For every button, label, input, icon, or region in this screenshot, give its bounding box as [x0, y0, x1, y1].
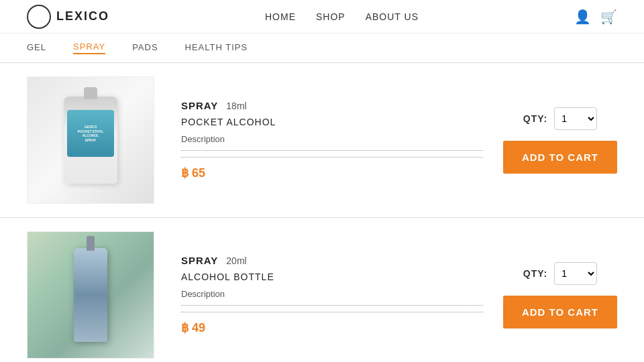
- nav-shop[interactable]: SHOP: [316, 11, 345, 22]
- product-list: LEXICOPOCKET ETHYLALCOHOLSPRAY SPRAY 18m…: [0, 63, 644, 362]
- product-title-row-2: SPRAY 20ml: [181, 255, 483, 266]
- qty-select-1[interactable]: 1 2 3 4 5: [554, 107, 597, 130]
- header: LEXICO HOME SHOP ABOUT US 👤 🛒: [0, 0, 644, 34]
- logo-text: LEXICO: [56, 9, 109, 23]
- product-row-2: SPRAY 20ml ALCOHOL BOTTLE Description ฿ …: [0, 218, 644, 362]
- product-size-1: 18ml: [226, 101, 246, 111]
- product-size-2: 20ml: [226, 255, 246, 266]
- qty-select-2[interactable]: 1 2 3 4 5: [554, 262, 597, 285]
- product-actions-2: QTY: 1 2 3 4 5 ADD TO CART: [503, 262, 617, 328]
- product-desc-dots2-1: [181, 154, 483, 158]
- subnav: GEL SPRAY PADS HEALTH TIPS: [0, 34, 644, 63]
- subnav-spray[interactable]: SPRAY: [73, 42, 105, 54]
- product-desc-label-2: Description: [181, 289, 483, 299]
- product-category-2: SPRAY: [181, 255, 218, 266]
- logo-circle: [27, 5, 51, 29]
- product-desc-dots-2: [181, 302, 483, 306]
- cart-icon[interactable]: 🛒: [600, 9, 617, 25]
- subnav-gel[interactable]: GEL: [27, 42, 46, 54]
- product-image-2: [27, 231, 154, 359]
- product-name-1: POCKET ALCOHOL: [181, 117, 483, 127]
- nav-home[interactable]: HOME: [265, 11, 296, 22]
- product-info-2: SPRAY 20ml ALCOHOL BOTTLE Description ฿ …: [174, 255, 483, 335]
- product-name-2: ALCOHOL BOTTLE: [181, 272, 483, 282]
- logo[interactable]: LEXICO: [27, 5, 109, 29]
- qty-label-2: QTY:: [523, 268, 547, 279]
- main-nav: HOME SHOP ABOUT US: [265, 11, 419, 22]
- subnav-pads[interactable]: PADS: [132, 42, 158, 54]
- product-price-2: ฿ 49: [181, 320, 483, 335]
- product-image-1: LEXICOPOCKET ETHYLALCOHOLSPRAY: [27, 76, 154, 204]
- product-info-1: SPRAY 18ml POCKET ALCOHOL Description ฿ …: [174, 100, 483, 180]
- product-desc-label-1: Description: [181, 134, 483, 144]
- add-to-cart-button-1[interactable]: ADD TO CART: [503, 141, 617, 174]
- nav-about-us[interactable]: ABOUT US: [366, 11, 419, 22]
- product-title-row-1: SPRAY 18ml: [181, 100, 483, 111]
- qty-row-2: QTY: 1 2 3 4 5: [523, 262, 597, 285]
- product-category-1: SPRAY: [181, 100, 218, 111]
- add-to-cart-button-2[interactable]: ADD TO CART: [503, 296, 617, 328]
- product-desc-dots-1: [181, 147, 483, 151]
- header-icons: 👤 🛒: [574, 9, 617, 25]
- qty-label-1: QTY:: [523, 113, 547, 124]
- product-row: LEXICOPOCKET ETHYLALCOHOLSPRAY SPRAY 18m…: [0, 63, 644, 218]
- subnav-health-tips[interactable]: HEALTH TIPS: [185, 42, 248, 54]
- product-desc-dots2-2: [181, 308, 483, 312]
- product-price-1: ฿ 65: [181, 166, 483, 180]
- user-icon[interactable]: 👤: [574, 9, 591, 25]
- qty-row-1: QTY: 1 2 3 4 5: [523, 107, 597, 130]
- product-actions-1: QTY: 1 2 3 4 5 ADD TO CART: [503, 107, 617, 174]
